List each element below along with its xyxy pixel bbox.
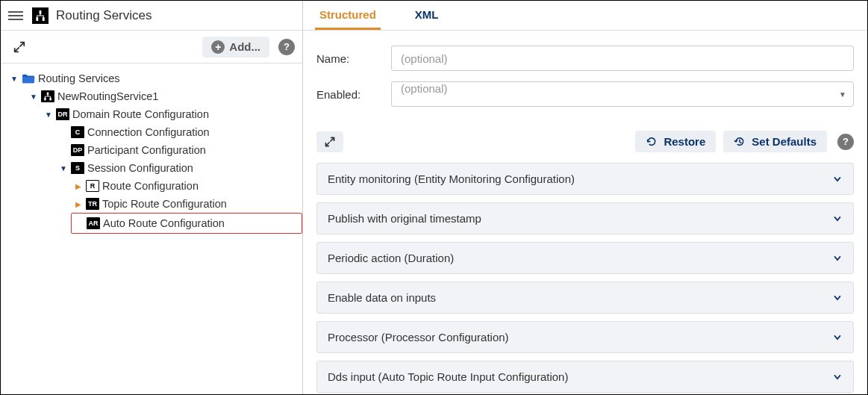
history-icon bbox=[734, 136, 746, 148]
tab-bar: Structured XML bbox=[303, 1, 867, 31]
tree-view: Routing Services NewRoutingService1 DR D… bbox=[1, 63, 302, 394]
panel-label: Processor (Processor Configuration) bbox=[328, 331, 509, 343]
tree-label: Routing Services bbox=[38, 72, 120, 84]
set-defaults-label: Set Defaults bbox=[752, 135, 817, 148]
tree-domain-route[interactable]: DR Domain Route Configuration bbox=[7, 105, 302, 123]
chevron-down-icon bbox=[832, 253, 843, 264]
panel-label: Periodic action (Duration) bbox=[328, 252, 454, 264]
panels-area: Entity monitoring (Entity Monitoring Con… bbox=[303, 163, 867, 394]
tree-participant[interactable]: DP Participant Configuration bbox=[7, 141, 302, 159]
chevron-down-icon bbox=[832, 214, 843, 224]
add-label: Add... bbox=[229, 40, 260, 53]
tree-label: NewRoutingService1 bbox=[57, 90, 158, 102]
panel-label: Dds input (Auto Topic Route Input Config… bbox=[328, 370, 568, 383]
name-input[interactable] bbox=[391, 46, 854, 71]
tree-label: Route Configuration bbox=[102, 180, 199, 192]
panel-periodic-action[interactable]: Periodic action (Duration) bbox=[316, 242, 854, 274]
panel-dds-input[interactable]: Dds input (Auto Topic Route Input Config… bbox=[316, 361, 854, 393]
tree-topic-route[interactable]: TR Topic Route Configuration bbox=[7, 195, 302, 213]
panel-label: Enable data on inputs bbox=[328, 291, 436, 304]
tree-label: Participant Configuration bbox=[87, 144, 206, 156]
expand-icon[interactable] bbox=[8, 37, 31, 57]
tree-selected: AR Auto Route Configuration bbox=[71, 213, 302, 234]
panel-enable-data[interactable]: Enable data on inputs bbox=[316, 282, 854, 314]
chevron-down-icon bbox=[832, 293, 843, 303]
enabled-select[interactable]: (optional) bbox=[391, 81, 854, 107]
tree-auto-route[interactable]: AR Auto Route Configuration bbox=[72, 214, 299, 232]
tr-icon: TR bbox=[86, 198, 99, 210]
chevron-down-icon bbox=[832, 372, 843, 382]
tree-label: Auto Route Configuration bbox=[103, 217, 225, 229]
tree-label: Domain Route Configuration bbox=[72, 108, 209, 120]
dp-icon: DP bbox=[71, 144, 84, 156]
ar-icon: AR bbox=[87, 217, 100, 229]
menu-button[interactable] bbox=[7, 8, 25, 23]
c-icon: C bbox=[71, 126, 84, 138]
panel-label: Publish with original timestamp bbox=[328, 212, 481, 225]
tree-label: Topic Route Configuration bbox=[102, 198, 227, 210]
panel-entity-monitoring[interactable]: Entity monitoring (Entity Monitoring Con… bbox=[316, 163, 854, 195]
panel-title: Routing Services bbox=[56, 8, 152, 23]
service-icon bbox=[41, 90, 54, 102]
r-icon: R bbox=[86, 180, 99, 192]
tree-session[interactable]: S Session Configuration bbox=[7, 159, 302, 177]
enabled-label: Enabled: bbox=[316, 88, 391, 101]
chevron-down-icon bbox=[832, 174, 843, 184]
panel-publish-timestamp[interactable]: Publish with original timestamp bbox=[316, 202, 854, 234]
help-icon[interactable]: ? bbox=[278, 39, 295, 55]
tree-connection[interactable]: C Connection Configuration bbox=[7, 123, 302, 141]
plus-icon: + bbox=[211, 40, 225, 54]
expand-panel-icon[interactable] bbox=[316, 131, 343, 152]
tree-root[interactable]: Routing Services bbox=[7, 69, 302, 87]
panel-label: Entity monitoring (Entity Monitoring Con… bbox=[328, 172, 575, 185]
tree-label: Connection Configuration bbox=[87, 126, 210, 138]
set-defaults-button[interactable]: Set Defaults bbox=[723, 131, 827, 152]
undo-icon bbox=[646, 136, 658, 148]
folder-icon bbox=[22, 73, 35, 84]
tree-service[interactable]: NewRoutingService1 bbox=[7, 87, 302, 105]
chevron-down-icon bbox=[832, 332, 843, 343]
restore-button[interactable]: Restore bbox=[635, 131, 716, 152]
tree-route[interactable]: R Route Configuration bbox=[7, 177, 302, 195]
routing-services-icon bbox=[32, 7, 49, 24]
restore-label: Restore bbox=[664, 135, 705, 148]
dr-icon: DR bbox=[56, 108, 69, 120]
tab-structured[interactable]: Structured bbox=[315, 1, 381, 30]
s-icon: S bbox=[71, 162, 84, 174]
add-button[interactable]: + Add... bbox=[202, 37, 269, 57]
tab-xml[interactable]: XML bbox=[410, 1, 443, 30]
name-label: Name: bbox=[316, 52, 391, 65]
tree-label: Session Configuration bbox=[87, 162, 193, 174]
help-icon[interactable]: ? bbox=[837, 134, 854, 150]
panel-processor[interactable]: Processor (Processor Configuration) bbox=[316, 321, 854, 353]
